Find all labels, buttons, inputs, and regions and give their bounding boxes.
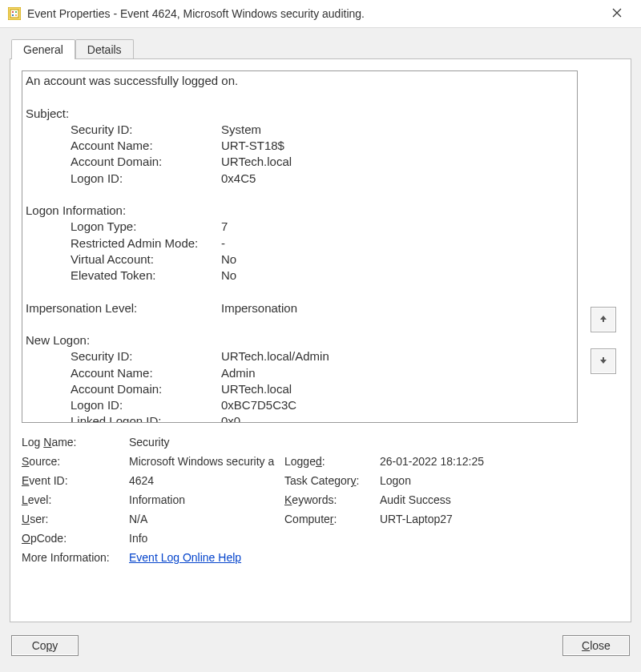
label-nl-linked-logon-id: Linked Logon ID: xyxy=(71,413,221,423)
label-nl-account-name: Account Name: xyxy=(71,365,221,381)
label-impersonation: Impersonation Level: xyxy=(26,300,221,316)
tab-panel: An account was successfully logged on. S… xyxy=(10,58,631,622)
value-logon-id: 0x4C5 xyxy=(221,171,570,187)
title-bar: Event Properties - Event 4624, Microsoft… xyxy=(0,0,641,28)
value-task-category: Logon xyxy=(380,474,578,487)
svg-rect-3 xyxy=(15,11,17,13)
window-title: Event Properties - Event 4624, Microsoft… xyxy=(27,7,601,20)
label-user: User: xyxy=(22,513,126,525)
app-icon xyxy=(8,7,21,20)
logon-info-heading: Logon Information: xyxy=(26,203,570,219)
value-elevated-token: No xyxy=(221,268,570,284)
side-nav xyxy=(587,70,619,610)
close-button[interactable]: Close xyxy=(562,635,630,656)
window-close-button[interactable] xyxy=(601,7,633,20)
new-logon-heading: New Logon: xyxy=(26,332,570,348)
button-bar: Copy Close xyxy=(0,627,641,672)
svg-rect-5 xyxy=(15,14,17,16)
value-account-name: URT-ST18$ xyxy=(221,138,570,154)
arrow-up-icon xyxy=(599,314,608,325)
value-logged: 26-01-2022 18:12:25 xyxy=(380,455,578,468)
window-root: Event Properties - Event 4624, Microsoft… xyxy=(0,0,641,672)
label-log-name: Log Name: xyxy=(22,436,126,449)
tab-strip: General Details xyxy=(11,36,631,58)
label-restricted-admin: Restricted Admin Mode: xyxy=(71,235,221,251)
description-textbox[interactable]: An account was successfully logged on. S… xyxy=(22,70,578,423)
value-virtual-account: No xyxy=(221,251,570,268)
label-nl-logon-id: Logon ID: xyxy=(71,397,221,413)
value-keywords: Audit Success xyxy=(380,493,578,506)
value-restricted-admin: - xyxy=(221,235,570,251)
label-source: Source: xyxy=(22,455,126,468)
value-opcode: Info xyxy=(129,532,578,545)
value-log-name: Security xyxy=(129,436,578,449)
label-account-domain: Account Domain: xyxy=(71,154,221,170)
label-nl-account-domain: Account Domain: xyxy=(71,381,221,397)
value-level: Information xyxy=(129,493,281,506)
label-opcode: OpCode: xyxy=(22,532,126,545)
label-security-id: Security ID: xyxy=(71,122,221,138)
subject-heading: Subject: xyxy=(26,106,570,122)
tab-details[interactable]: Details xyxy=(75,39,134,59)
tab-general[interactable]: General xyxy=(11,39,75,59)
value-event-id: 4624 xyxy=(129,474,281,487)
svg-rect-2 xyxy=(12,11,14,13)
value-computer: URT-Laptop27 xyxy=(380,513,578,525)
link-event-log-online-help[interactable]: Event Log Online Help xyxy=(129,551,241,564)
value-security-id: System xyxy=(221,122,570,138)
value-nl-account-name: Admin xyxy=(221,365,570,381)
label-task-category: Task Category: xyxy=(284,474,377,487)
label-event-id: Event ID: xyxy=(22,474,126,487)
label-computer: Computer: xyxy=(284,513,377,525)
value-user: N/A xyxy=(129,513,281,525)
label-logon-id: Logon ID: xyxy=(71,171,221,187)
arrow-down-icon xyxy=(599,356,608,367)
main-column: An account was successfully logged on. S… xyxy=(22,70,578,610)
value-nl-account-domain: URTech.local xyxy=(221,381,570,397)
label-logon-type: Logon Type: xyxy=(71,219,221,235)
value-logon-type: 7 xyxy=(221,219,570,235)
metadata-grid: Log Name: Security Source: Microsoft Win… xyxy=(22,436,578,564)
label-keywords: Keywords: xyxy=(284,493,377,506)
label-level: Level: xyxy=(22,493,126,506)
client-area: General Details An account was successfu… xyxy=(0,28,641,627)
label-nl-security-id: Security ID: xyxy=(71,348,221,364)
label-virtual-account: Virtual Account: xyxy=(71,251,221,268)
label-logged: Logged: xyxy=(284,455,377,468)
next-event-button[interactable] xyxy=(591,348,616,374)
value-nl-logon-id: 0xBC7D5C3C xyxy=(221,397,570,413)
value-source: Microsoft Windows security a xyxy=(129,455,281,468)
svg-rect-4 xyxy=(12,14,14,16)
desc-header: An account was successfully logged on. xyxy=(26,73,570,89)
value-nl-security-id: URTech.local/Admin xyxy=(221,348,570,364)
label-elevated-token: Elevated Token: xyxy=(71,268,221,284)
label-account-name: Account Name: xyxy=(71,138,221,154)
copy-button[interactable]: Copy xyxy=(11,635,79,656)
value-account-domain: URTech.local xyxy=(221,154,570,170)
value-nl-linked-logon-id: 0x0 xyxy=(221,413,570,423)
label-more-info: More Information: xyxy=(22,551,126,564)
prev-event-button[interactable] xyxy=(591,307,616,332)
svg-rect-1 xyxy=(10,10,18,18)
value-impersonation: Impersonation xyxy=(221,300,570,316)
